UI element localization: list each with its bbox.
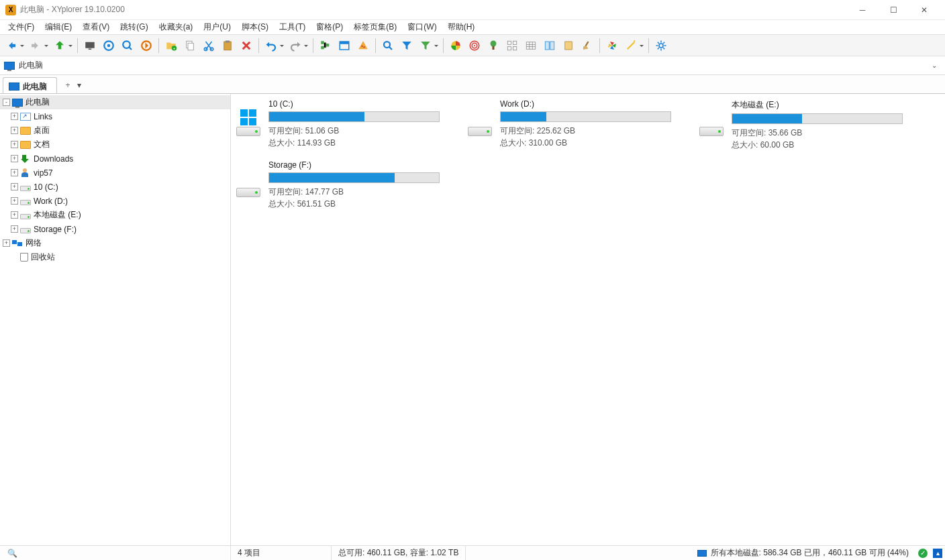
- expander-icon[interactable]: +: [11, 183, 18, 190]
- menu-标签页集b[interactable]: 标签页集(B): [348, 20, 402, 34]
- toolbar-spiral-button[interactable]: [466, 37, 483, 54]
- drive-tile-2[interactable]: 本地磁盘 (E:)可用空间: 35.66 GB总大小: 60.00 GB: [698, 99, 903, 151]
- toolbar-pinwheel-button[interactable]: [603, 37, 621, 54]
- menu-查看v[interactable]: 查看(V): [77, 20, 115, 34]
- menu-编辑e[interactable]: 编辑(E): [40, 20, 77, 34]
- expander-icon[interactable]: +: [11, 169, 18, 176]
- tab-this-pc[interactable]: 此电脑: [3, 77, 57, 93]
- usage-bar: [500, 111, 671, 122]
- tree-item-6[interactable]: +10 (C:): [0, 180, 230, 194]
- toolbar-filter-green-button[interactable]: [417, 37, 434, 54]
- minimize-button[interactable]: ─: [847, 0, 878, 20]
- svg-rect-14: [321, 41, 324, 44]
- expander-icon[interactable]: +: [11, 127, 18, 134]
- toolbar-gear-button[interactable]: [652, 37, 670, 54]
- address-dropdown-icon[interactable]: ⌄: [928, 60, 941, 70]
- undo-icon: [265, 40, 277, 52]
- toolbar-bar-button[interactable]: [560, 37, 577, 54]
- toolbar-dual-button[interactable]: [541, 37, 558, 54]
- menu-收藏夹a[interactable]: 收藏夹(a): [154, 20, 199, 34]
- toolbar-grid-button[interactable]: [522, 37, 540, 54]
- toolbar-undo-button[interactable]: [262, 37, 280, 54]
- network-icon: [12, 239, 23, 248]
- tree-green-icon: [487, 40, 499, 52]
- menu-窗口w[interactable]: 窗口(W): [402, 20, 442, 34]
- toolbar-pizza-button[interactable]: [354, 37, 372, 54]
- toolbar-grid-small-button[interactable]: [503, 37, 521, 54]
- expander-icon[interactable]: +: [3, 239, 10, 247]
- toolbar-wand-button[interactable]: [622, 37, 640, 54]
- drive-tile-0[interactable]: 10 (C:)可用空间: 51.06 GB总大小: 114.93 GB: [235, 99, 440, 151]
- toolbar-pie-button[interactable]: [447, 37, 464, 54]
- tab-menu-dropdown[interactable]: ▾: [74, 78, 84, 92]
- toolbar-separator: [258, 38, 259, 53]
- menu-文件f[interactable]: 文件(F): [3, 20, 40, 34]
- toolbar-new-folder-button[interactable]: +: [162, 37, 180, 54]
- toolbar-monitor-button[interactable]: [81, 37, 99, 54]
- menu-脚本s[interactable]: 脚本(S): [236, 20, 274, 34]
- new-tab-button[interactable]: +: [61, 78, 74, 92]
- toolbar-pane-button[interactable]: [336, 37, 353, 54]
- expander-icon[interactable]: +: [11, 113, 18, 120]
- drive-tile-1[interactable]: Work (D:)可用空间: 225.62 GB总大小: 310.00 GB: [466, 99, 671, 151]
- tree-item-0[interactable]: -此电脑: [0, 95, 230, 109]
- status-up[interactable]: ▴: [930, 546, 945, 560]
- svg-point-4: [123, 41, 130, 48]
- status-search-cell[interactable]: 🔍: [0, 546, 231, 560]
- tree-item-label: vip57: [34, 168, 53, 178]
- toolbar-copy-button[interactable]: [181, 37, 199, 54]
- toolbar-forward-button[interactable]: [27, 37, 44, 54]
- svg-point-36: [659, 44, 663, 48]
- expander-icon[interactable]: +: [11, 211, 18, 219]
- toolbar-search-button[interactable]: [379, 37, 397, 54]
- tree-item-10[interactable]: +网络: [0, 236, 230, 250]
- check-icon: ✓: [918, 549, 928, 558]
- tree-item-3[interactable]: +文档: [0, 137, 230, 152]
- toolbar-tree-green-button[interactable]: [485, 37, 502, 54]
- toolbar-power-button[interactable]: [138, 37, 155, 54]
- expander-icon[interactable]: +: [11, 141, 18, 148]
- downarrow-icon: [20, 154, 31, 164]
- tree-item-2[interactable]: +桌面: [0, 123, 230, 137]
- tree-item-label: Work (D:): [34, 197, 68, 206]
- tree-item-1[interactable]: +Links: [0, 109, 230, 123]
- menu-帮助h[interactable]: 帮助(H): [442, 20, 481, 34]
- drive-tile-3[interactable]: Storage (F:)可用空间: 147.77 GB总大小: 561.51 G…: [235, 160, 440, 210]
- toolbar-target-button[interactable]: [100, 37, 117, 54]
- tree-item-5[interactable]: +vip57: [0, 166, 230, 180]
- toolbar-broom-button[interactable]: [579, 37, 596, 54]
- toolbar-back-button[interactable]: [3, 37, 20, 54]
- toolbar-tree-button[interactable]: [317, 37, 334, 54]
- toolbar-redo-button[interactable]: [287, 37, 304, 54]
- maximize-button[interactable]: ☐: [878, 0, 909, 20]
- toolbar-cut-button[interactable]: [200, 37, 217, 54]
- toolbar-filter-blue-button[interactable]: [398, 37, 415, 54]
- drive-free: 可用空间: 51.06 GB: [268, 125, 440, 137]
- toolbar-paste-button[interactable]: [219, 37, 236, 54]
- broom-icon: [581, 40, 593, 52]
- tree-item-8[interactable]: +本地磁盘 (E:): [0, 208, 230, 222]
- expander-icon[interactable]: +: [11, 197, 18, 205]
- tree-item-4[interactable]: +Downloads: [0, 152, 230, 166]
- expander-icon[interactable]: +: [11, 225, 18, 233]
- disk-icon: [468, 127, 492, 136]
- toolbar-zoom-button[interactable]: [119, 37, 136, 54]
- address-bar[interactable]: 此电脑 ⌄: [0, 56, 945, 75]
- menu-跳转g[interactable]: 跳转(G): [115, 20, 153, 34]
- tree-item-11[interactable]: 回收站: [0, 250, 230, 264]
- toolbar-delete-button[interactable]: [238, 37, 255, 54]
- svg-rect-13: [226, 40, 230, 42]
- menu-用户u[interactable]: 用户(U): [198, 20, 236, 34]
- tree-item-9[interactable]: +Storage (F:): [0, 222, 230, 236]
- menu-工具t[interactable]: 工具(T): [274, 20, 311, 34]
- tree-item-7[interactable]: +Work (D:): [0, 194, 230, 208]
- close-button[interactable]: ✕: [909, 0, 940, 20]
- toolbar-up-button[interactable]: [51, 37, 68, 54]
- menu-窗格p[interactable]: 窗格(P): [311, 20, 348, 34]
- status-ok[interactable]: ✓: [915, 546, 930, 560]
- tree-item-label: Links: [34, 112, 52, 121]
- svg-rect-35: [565, 42, 573, 50]
- expander-icon[interactable]: -: [3, 99, 10, 106]
- expander-icon[interactable]: +: [11, 155, 18, 162]
- svg-rect-32: [526, 42, 536, 49]
